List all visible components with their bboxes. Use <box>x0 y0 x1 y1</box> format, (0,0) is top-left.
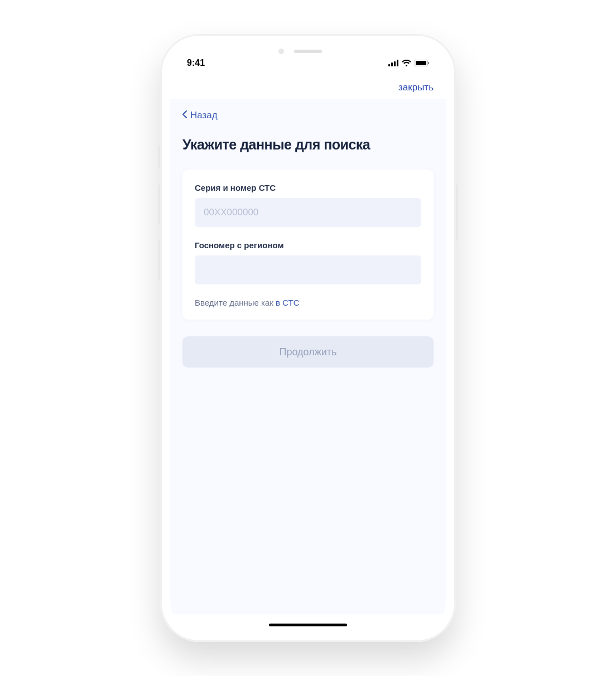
hint-link[interactable]: в СТС <box>276 298 299 307</box>
wifi-icon <box>402 60 411 66</box>
side-buttons-left <box>158 146 160 296</box>
sts-input[interactable] <box>195 198 421 227</box>
sts-label: Серия и номер СТС <box>195 183 421 192</box>
notch <box>261 44 355 61</box>
home-indicator <box>269 624 347 626</box>
plate-label: Госномер с регионом <box>195 240 421 250</box>
continue-button[interactable]: Продолжить <box>182 336 434 368</box>
content-area: Назад Укажите данные для поиска Серия и … <box>170 99 446 614</box>
back-button[interactable]: Назад <box>182 110 434 121</box>
svg-rect-5 <box>416 61 426 65</box>
status-icons <box>388 60 429 66</box>
svg-rect-6 <box>428 62 429 64</box>
page-title: Укажите данные для поиска <box>182 137 434 153</box>
svg-rect-0 <box>388 64 390 66</box>
svg-rect-1 <box>391 62 393 66</box>
chevron-left-icon <box>182 110 187 121</box>
plate-input[interactable] <box>195 255 421 284</box>
status-time: 9:41 <box>187 58 205 68</box>
hint-row: Введите данные как в СТС <box>195 298 421 307</box>
signal-icon <box>388 60 398 66</box>
svg-rect-2 <box>394 61 396 66</box>
side-buttons-right <box>456 185 458 240</box>
sts-field-group: Серия и номер СТС <box>195 183 421 227</box>
back-label: Назад <box>190 110 218 121</box>
close-button[interactable]: закрыть <box>398 82 434 93</box>
hint-text: Введите данные как <box>195 298 276 307</box>
battery-icon <box>415 60 429 66</box>
svg-rect-3 <box>397 60 398 66</box>
form-card: Серия и номер СТС Госномер с регионом Вв… <box>182 170 434 320</box>
app-bar: закрыть <box>170 72 446 99</box>
plate-field-group: Госномер с регионом <box>195 240 421 284</box>
phone-frame: 9:41 <box>160 34 456 642</box>
phone-screen: 9:41 <box>170 44 446 632</box>
